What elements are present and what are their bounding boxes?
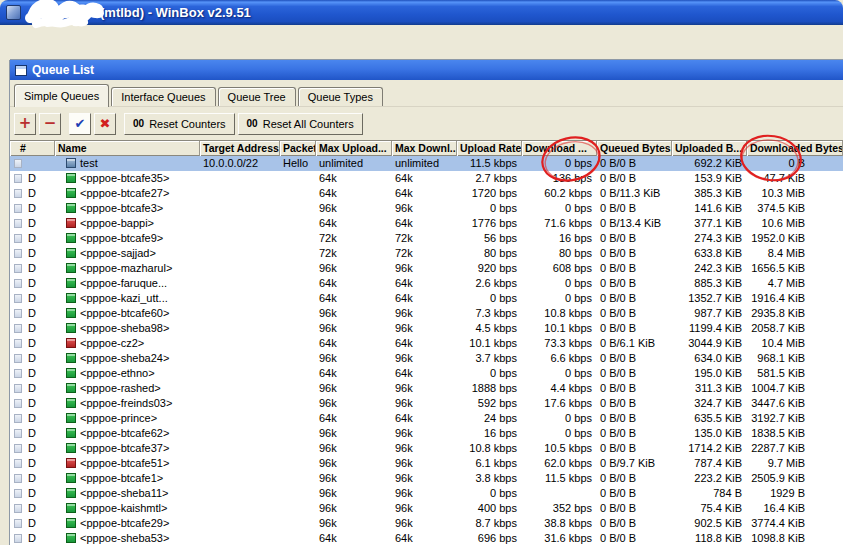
- table-header: #NameTarget AddressPacket ...Max Upload.…: [10, 141, 843, 156]
- cell-uploaded-bytes: 75.4 KiB: [672, 501, 747, 516]
- cell-max-upload: 96k: [316, 201, 392, 216]
- column-header-uploaded-bytes[interactable]: Uploaded B...: [672, 141, 747, 156]
- cell-queued-bytes: 0 B/0 B: [597, 381, 672, 396]
- table-row[interactable]: D<pppoe-btcafe1>96k96k3.8 kbps11.5 kbps0…: [10, 471, 843, 486]
- column-header-name[interactable]: Name: [55, 141, 200, 156]
- column-header-flags[interactable]: #: [10, 141, 55, 156]
- table-row[interactable]: D<pppoe-btcafe51>96k96k6.1 kbps62.0 kbps…: [10, 456, 843, 471]
- column-header-max-download[interactable]: Max Downl...: [392, 141, 457, 156]
- table-row[interactable]: D<pppoe-sheba53>64k64k696 bps31.6 kbps0 …: [10, 531, 843, 545]
- table-row[interactable]: D<pppoe-rashed>96k96k1888 bps4.4 kbps0 B…: [10, 381, 843, 396]
- tab-interface-queues[interactable]: Interface Queues: [111, 87, 215, 107]
- column-header-downloaded-bytes[interactable]: Downloaded Bytes: [747, 141, 843, 156]
- cell-packet-marks: [280, 306, 316, 321]
- cell-download-rate: 0 bps: [522, 366, 597, 381]
- cell-uploaded-bytes: 3044.9 KiB: [672, 336, 747, 351]
- table-row[interactable]: D<pppoe-sheba98>96k96k4.5 kbps10.1 kbps0…: [10, 321, 843, 336]
- table-row[interactable]: D<pppoe-btcafe3>96k96k0 bps0 bps0 B/0 B1…: [10, 201, 843, 216]
- table-row[interactable]: D<pppoe-sajjad>72k72k80 bps80 bps0 B/0 B…: [10, 246, 843, 261]
- tab-simple-queues[interactable]: Simple Queues: [14, 84, 109, 107]
- column-header-queued-bytes[interactable]: Queued Bytes: [597, 141, 672, 156]
- row-gutter-mark: [14, 159, 22, 168]
- cell-packet-marks: [280, 321, 316, 336]
- table-row[interactable]: D<pppoe-prince>64k64k24 bps0 bps0 B/0 B6…: [10, 411, 843, 426]
- remove-button[interactable]: −: [39, 113, 61, 135]
- cell-target-address: [200, 201, 280, 216]
- table-row[interactable]: D<pppoe-sheba24>96k96k3.7 kbps6.6 kbps0 …: [10, 351, 843, 366]
- reset-all-counters-label: Reset All Counters: [263, 118, 354, 130]
- queue-status-icon: [66, 203, 76, 213]
- cell-uploaded-bytes: 1714.2 KiB: [672, 441, 747, 456]
- table-row[interactable]: D<pppoe-btcafe29>96k96k8.7 kbps38.8 kbps…: [10, 516, 843, 531]
- enable-button[interactable]: ✔: [69, 113, 91, 135]
- table-row[interactable]: D<pppoe-sheba11>96k96k0 bps0 B/0 B784 B1…: [10, 486, 843, 501]
- cell-download-rate: 6.6 kbps: [522, 351, 597, 366]
- add-button[interactable]: +: [14, 113, 36, 135]
- table-row[interactable]: D<pppoe-bappi>64k64k1776 bps71.6 kbps0 B…: [10, 216, 843, 231]
- cell-download-rate: [522, 486, 597, 501]
- cell-max-upload: 96k: [316, 321, 392, 336]
- queue-status-icon: [66, 443, 76, 453]
- reset-counters-button[interactable]: 00 Reset Counters: [124, 113, 235, 135]
- cell-queued-bytes: 0 B/0 B: [597, 396, 672, 411]
- cell-downloaded-bytes: 3774.4 KiB: [747, 516, 843, 531]
- table-row[interactable]: test10.0.0.0/22Hellounlimitedunlimited11…: [10, 156, 843, 171]
- cell-queued-bytes: 0 B/0 B: [597, 171, 672, 186]
- cell-queued-bytes: 0 B/6.1 KiB: [597, 336, 672, 351]
- main-titlebar[interactable]: (mtlbd) - WinBox v2.9.51: [0, 0, 843, 25]
- queue-status-icon: [66, 368, 76, 378]
- tab-queue-types[interactable]: Queue Types: [298, 87, 383, 107]
- queue-list-window-icon: [15, 65, 27, 76]
- table-row[interactable]: D<pppoe-faruque...64k64k2.6 kbps0 bps0 B…: [10, 276, 843, 291]
- table-row[interactable]: D<pppoe-mazharul>96k96k920 bps608 bps0 B…: [10, 261, 843, 276]
- cell-downloaded-bytes: 1098.8 KiB: [747, 531, 843, 545]
- column-header-download-rate[interactable]: Download ...: [522, 141, 597, 156]
- table-row[interactable]: D<pppoe-kazi_utt...64k64k0 bps0 bps0 B/0…: [10, 291, 843, 306]
- tab-queue-tree[interactable]: Queue Tree: [218, 87, 296, 107]
- cell-name: <pppoe-sheba53>: [55, 531, 200, 545]
- cell-download-rate: 60.2 kbps: [522, 186, 597, 201]
- cell-downloaded-bytes: 4.7 MiB: [747, 276, 843, 291]
- winbox-app-icon: [6, 5, 21, 20]
- cell-max-upload: 96k: [316, 516, 392, 531]
- column-header-upload-rate[interactable]: Upload Rate: [457, 141, 522, 156]
- disable-button[interactable]: ✖: [94, 113, 116, 135]
- cell-packet-marks: [280, 381, 316, 396]
- cell-uploaded-bytes: 311.3 KiB: [672, 381, 747, 396]
- cell-packet-marks: [280, 396, 316, 411]
- table-row[interactable]: D<pppoe-btcafe9>72k72k56 bps16 bps0 B/0 …: [10, 231, 843, 246]
- cell-name: <pppoe-btcafe62>: [55, 426, 200, 441]
- cell-downloaded-bytes: 3447.6 KiB: [747, 396, 843, 411]
- column-header-target-address[interactable]: Target Address: [200, 141, 280, 156]
- reset-all-counters-button[interactable]: 00 Reset All Counters: [238, 113, 363, 135]
- table-row[interactable]: D<pppoe-btcafe60>96k96k7.3 kbps10.8 kbps…: [10, 306, 843, 321]
- table-row[interactable]: D<pppoe-freinds03>96k96k592 bps17.6 kbps…: [10, 396, 843, 411]
- cell-max-download: 64k: [392, 411, 457, 426]
- cell-name: <pppoe-sheba24>: [55, 351, 200, 366]
- cell-max-download: 64k: [392, 531, 457, 545]
- row-gutter-mark: [14, 264, 22, 273]
- cell-max-download: 64k: [392, 366, 457, 381]
- column-header-packet-marks[interactable]: Packet ...: [280, 141, 316, 156]
- table-row[interactable]: D<pppoe-cz2>64k64k10.1 kbps73.3 kbps0 B/…: [10, 336, 843, 351]
- table-row[interactable]: D<pppoe-btcafe35>64k64k2.7 kbps136 bps0 …: [10, 171, 843, 186]
- table-row[interactable]: D<pppoe-btcafe62>96k96k16 bps0 bps0 B/0 …: [10, 426, 843, 441]
- cell-downloaded-bytes: 1004.7 KiB: [747, 381, 843, 396]
- table-row[interactable]: D<pppoe-ethno>64k64k0 bps0 bps0 B/0 B195…: [10, 366, 843, 381]
- cell-uploaded-bytes: 692.2 KiB: [672, 156, 747, 171]
- cell-max-download: 64k: [392, 276, 457, 291]
- cell-packet-marks: Hello: [280, 156, 316, 171]
- queue-list-titlebar[interactable]: Queue List: [10, 60, 843, 80]
- window-title: (mtlbd) - WinBox v2.9.51: [100, 5, 251, 20]
- cell-name: <pppoe-btcafe3>: [55, 201, 200, 216]
- table-row[interactable]: D<pppoe-btcafe37>96k96k10.8 kbps10.5 kbp…: [10, 441, 843, 456]
- cell-target-address: [200, 531, 280, 545]
- queue-status-icon: [66, 188, 76, 198]
- table-row[interactable]: D<pppoe-btcafe27>64k64k1720 bps60.2 kbps…: [10, 186, 843, 201]
- cell-max-upload: 64k: [316, 171, 392, 186]
- row-gutter-mark: [14, 354, 22, 363]
- cell-packet-marks: [280, 426, 316, 441]
- queue-status-icon: [66, 338, 76, 348]
- column-header-max-upload[interactable]: Max Upload...: [316, 141, 392, 156]
- table-row[interactable]: D<pppoe-kaishmtl>96k96k400 bps352 bps0 B…: [10, 501, 843, 516]
